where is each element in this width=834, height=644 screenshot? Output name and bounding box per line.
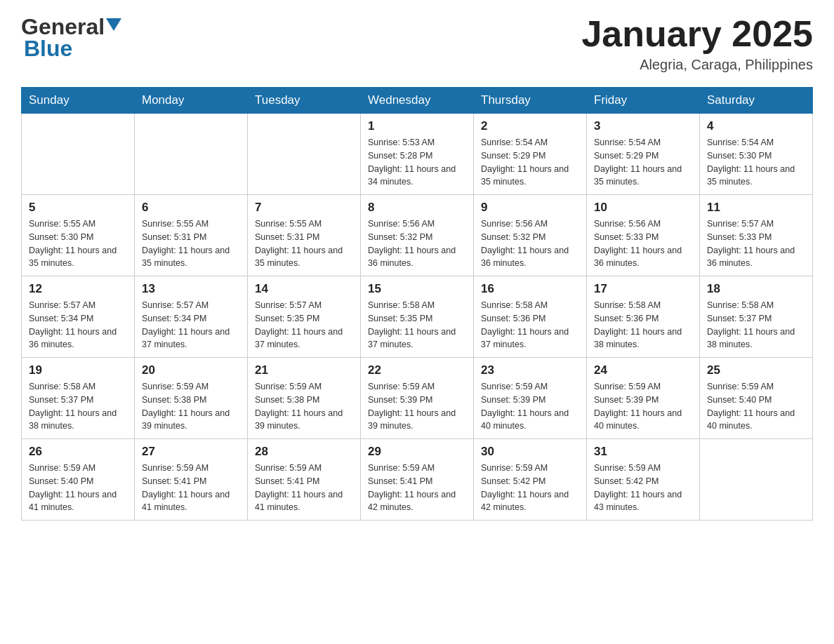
day-number: 30	[481, 445, 579, 459]
day-number: 25	[707, 363, 805, 377]
day-info: Sunrise: 5:56 AM Sunset: 5:33 PM Dayligh…	[594, 217, 692, 270]
day-number: 29	[368, 445, 466, 459]
day-number: 24	[594, 363, 692, 377]
day-number: 6	[142, 201, 240, 215]
day-info: Sunrise: 5:59 AM Sunset: 5:42 PM Dayligh…	[594, 462, 692, 514]
day-info: Sunrise: 5:58 AM Sunset: 5:37 PM Dayligh…	[29, 380, 127, 433]
table-row: 24Sunrise: 5:59 AM Sunset: 5:39 PM Dayli…	[587, 358, 700, 439]
table-row: 23Sunrise: 5:59 AM Sunset: 5:39 PM Dayli…	[474, 358, 587, 439]
table-row: 14Sunrise: 5:57 AM Sunset: 5:35 PM Dayli…	[248, 276, 361, 358]
day-number: 20	[142, 363, 240, 377]
day-number: 10	[594, 201, 692, 215]
day-info: Sunrise: 5:59 AM Sunset: 5:38 PM Dayligh…	[142, 380, 240, 433]
day-number: 13	[142, 282, 240, 296]
table-row: 13Sunrise: 5:57 AM Sunset: 5:34 PM Dayli…	[135, 276, 248, 358]
day-info: Sunrise: 5:59 AM Sunset: 5:39 PM Dayligh…	[368, 380, 466, 433]
table-row: 8Sunrise: 5:56 AM Sunset: 5:32 PM Daylig…	[361, 195, 474, 276]
table-row: 2Sunrise: 5:54 AM Sunset: 5:29 PM Daylig…	[474, 114, 587, 195]
day-number: 22	[368, 363, 466, 377]
day-info: Sunrise: 5:59 AM Sunset: 5:38 PM Dayligh…	[255, 380, 353, 433]
table-row: 29Sunrise: 5:59 AM Sunset: 5:41 PM Dayli…	[361, 439, 474, 521]
day-info: Sunrise: 5:56 AM Sunset: 5:32 PM Dayligh…	[481, 217, 579, 270]
table-row: 30Sunrise: 5:59 AM Sunset: 5:42 PM Dayli…	[474, 439, 587, 521]
day-number: 4	[707, 119, 805, 133]
day-number: 9	[481, 201, 579, 215]
day-info: Sunrise: 5:59 AM Sunset: 5:41 PM Dayligh…	[142, 462, 240, 514]
col-tuesday: Tuesday	[248, 88, 361, 114]
table-row: 7Sunrise: 5:55 AM Sunset: 5:31 PM Daylig…	[248, 195, 361, 276]
day-number: 1	[368, 119, 466, 133]
day-info: Sunrise: 5:54 AM Sunset: 5:30 PM Dayligh…	[707, 136, 805, 189]
table-row: 16Sunrise: 5:58 AM Sunset: 5:36 PM Dayli…	[474, 276, 587, 358]
day-info: Sunrise: 5:57 AM Sunset: 5:35 PM Dayligh…	[255, 299, 353, 351]
calendar-table: Sunday Monday Tuesday Wednesday Thursday…	[21, 87, 813, 521]
table-row: 15Sunrise: 5:58 AM Sunset: 5:35 PM Dayli…	[361, 276, 474, 358]
calendar-week-row: 26Sunrise: 5:59 AM Sunset: 5:40 PM Dayli…	[22, 439, 813, 521]
table-row: 3Sunrise: 5:54 AM Sunset: 5:29 PM Daylig…	[587, 114, 700, 195]
calendar-week-row: 19Sunrise: 5:58 AM Sunset: 5:37 PM Dayli…	[22, 358, 813, 439]
table-row: 17Sunrise: 5:58 AM Sunset: 5:36 PM Dayli…	[587, 276, 700, 358]
col-sunday: Sunday	[22, 88, 135, 114]
table-row: 21Sunrise: 5:59 AM Sunset: 5:38 PM Dayli…	[248, 358, 361, 439]
day-info: Sunrise: 5:59 AM Sunset: 5:42 PM Dayligh…	[481, 462, 579, 514]
calendar-week-row: 12Sunrise: 5:57 AM Sunset: 5:34 PM Dayli…	[22, 276, 813, 358]
logo-blue-text: Blue	[21, 36, 72, 62]
logo-arrow-icon	[106, 18, 121, 34]
day-info: Sunrise: 5:55 AM Sunset: 5:31 PM Dayligh…	[255, 217, 353, 270]
day-info: Sunrise: 5:53 AM Sunset: 5:28 PM Dayligh…	[368, 136, 466, 189]
table-row: 31Sunrise: 5:59 AM Sunset: 5:42 PM Dayli…	[587, 439, 700, 521]
table-row	[248, 114, 361, 195]
table-row: 6Sunrise: 5:55 AM Sunset: 5:31 PM Daylig…	[135, 195, 248, 276]
day-info: Sunrise: 5:58 AM Sunset: 5:36 PM Dayligh…	[481, 299, 579, 351]
calendar-title: January 2025	[581, 14, 813, 54]
calendar-subtitle: Alegria, Caraga, Philippines	[581, 57, 813, 73]
day-number: 23	[481, 363, 579, 377]
col-friday: Friday	[587, 88, 700, 114]
table-row: 22Sunrise: 5:59 AM Sunset: 5:39 PM Dayli…	[361, 358, 474, 439]
day-number: 27	[142, 445, 240, 459]
table-row: 28Sunrise: 5:59 AM Sunset: 5:41 PM Dayli…	[248, 439, 361, 521]
day-number: 31	[594, 445, 692, 459]
calendar-week-row: 1Sunrise: 5:53 AM Sunset: 5:28 PM Daylig…	[22, 114, 813, 195]
day-number: 12	[29, 282, 127, 296]
table-row: 18Sunrise: 5:58 AM Sunset: 5:37 PM Dayli…	[700, 276, 813, 358]
day-info: Sunrise: 5:58 AM Sunset: 5:37 PM Dayligh…	[707, 299, 805, 351]
day-info: Sunrise: 5:58 AM Sunset: 5:35 PM Dayligh…	[368, 299, 466, 351]
day-number: 7	[255, 201, 353, 215]
day-number: 16	[481, 282, 579, 296]
col-saturday: Saturday	[700, 88, 813, 114]
logo: General Blue	[21, 14, 121, 62]
svg-marker-0	[106, 18, 121, 31]
page-header: General Blue January 2025 Alegria, Carag…	[21, 14, 813, 73]
day-info: Sunrise: 5:55 AM Sunset: 5:31 PM Dayligh…	[142, 217, 240, 270]
table-row	[135, 114, 248, 195]
col-wednesday: Wednesday	[361, 88, 474, 114]
table-row: 25Sunrise: 5:59 AM Sunset: 5:40 PM Dayli…	[700, 358, 813, 439]
day-number: 3	[594, 119, 692, 133]
table-row: 9Sunrise: 5:56 AM Sunset: 5:32 PM Daylig…	[474, 195, 587, 276]
title-area: January 2025 Alegria, Caraga, Philippine…	[581, 14, 813, 73]
table-row: 19Sunrise: 5:58 AM Sunset: 5:37 PM Dayli…	[22, 358, 135, 439]
day-number: 28	[255, 445, 353, 459]
day-number: 14	[255, 282, 353, 296]
table-row: 12Sunrise: 5:57 AM Sunset: 5:34 PM Dayli…	[22, 276, 135, 358]
table-row: 11Sunrise: 5:57 AM Sunset: 5:33 PM Dayli…	[700, 195, 813, 276]
table-row: 27Sunrise: 5:59 AM Sunset: 5:41 PM Dayli…	[135, 439, 248, 521]
day-info: Sunrise: 5:59 AM Sunset: 5:41 PM Dayligh…	[368, 462, 466, 514]
day-info: Sunrise: 5:59 AM Sunset: 5:40 PM Dayligh…	[707, 380, 805, 433]
day-info: Sunrise: 5:55 AM Sunset: 5:30 PM Dayligh…	[29, 217, 127, 270]
day-info: Sunrise: 5:58 AM Sunset: 5:36 PM Dayligh…	[594, 299, 692, 351]
calendar-header-row: Sunday Monday Tuesday Wednesday Thursday…	[22, 88, 813, 114]
day-info: Sunrise: 5:56 AM Sunset: 5:32 PM Dayligh…	[368, 217, 466, 270]
table-row	[700, 439, 813, 521]
day-info: Sunrise: 5:59 AM Sunset: 5:39 PM Dayligh…	[481, 380, 579, 433]
day-number: 17	[594, 282, 692, 296]
day-info: Sunrise: 5:57 AM Sunset: 5:34 PM Dayligh…	[142, 299, 240, 351]
day-info: Sunrise: 5:57 AM Sunset: 5:33 PM Dayligh…	[707, 217, 805, 270]
day-number: 11	[707, 201, 805, 215]
day-number: 15	[368, 282, 466, 296]
col-monday: Monday	[135, 88, 248, 114]
day-info: Sunrise: 5:57 AM Sunset: 5:34 PM Dayligh…	[29, 299, 127, 351]
day-number: 21	[255, 363, 353, 377]
table-row: 5Sunrise: 5:55 AM Sunset: 5:30 PM Daylig…	[22, 195, 135, 276]
